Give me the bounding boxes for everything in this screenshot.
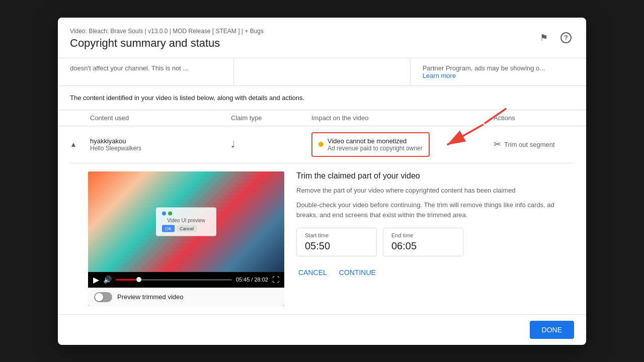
continue-button[interactable]: CONTINUE bbox=[337, 264, 378, 281]
start-time-value[interactable]: 05:50 bbox=[305, 240, 368, 252]
cancel-button[interactable]: CANCEL bbox=[296, 264, 329, 281]
done-button[interactable]: DONE bbox=[530, 321, 574, 339]
impact-text: Video cannot be monetized Ad revenue pai… bbox=[328, 137, 423, 152]
modal-title: Copyright summary and status bbox=[70, 37, 264, 50]
trim-panel: Trim the claimed part of your video Remo… bbox=[296, 171, 574, 306]
help-button[interactable]: ? bbox=[558, 30, 574, 46]
header-impact: Impact on the video bbox=[311, 114, 494, 122]
learn-more-link[interactable]: Learn more bbox=[423, 72, 456, 79]
video-ui-text: Video UI preview bbox=[162, 217, 210, 223]
modal-footer: DONE bbox=[58, 315, 586, 345]
modal-header: Video: Bleach: Brave Souls | v13.0.0 | M… bbox=[58, 18, 586, 58]
top-info-col3-text: Partner Program, ads may be showing o... bbox=[423, 64, 545, 72]
trim-actions: CANCEL CONTINUE bbox=[296, 264, 574, 281]
preview-toggle[interactable] bbox=[94, 292, 112, 302]
time-inputs-row: Start time 05:50 End time 06:05 bbox=[296, 228, 574, 256]
flag-icon: ⚑ bbox=[540, 32, 548, 43]
trim-desc2: Double-check your video before continuin… bbox=[296, 200, 574, 220]
header-left: Video: Bleach: Brave Souls | v13.0.0 | M… bbox=[70, 28, 264, 50]
progress-thumb bbox=[136, 277, 141, 282]
header-claim-type: Claim type bbox=[231, 114, 311, 122]
content-description: The content identified in your video is … bbox=[58, 86, 586, 110]
video-ui-buttons: OK Cancel bbox=[162, 225, 210, 232]
impact-main: Video cannot be monetized bbox=[328, 137, 423, 145]
fullscreen-button[interactable]: ⛶ bbox=[272, 276, 279, 284]
modal-subtitle: Video: Bleach: Brave Souls | v13.0.0 | M… bbox=[70, 28, 264, 35]
video-thumbnail: Video UI preview OK Cancel bbox=[88, 171, 284, 272]
header-icons: ⚑ ? bbox=[536, 30, 574, 46]
play-button[interactable]: ▶ bbox=[93, 275, 99, 285]
video-controls: ▶ 🔊 05:45 / 28:02 ⛶ bbox=[88, 272, 284, 288]
ui-btn-1: OK bbox=[162, 225, 175, 232]
music-note-icon: ♩ bbox=[231, 139, 235, 150]
preview-label: Preview trimmed video bbox=[117, 293, 184, 301]
help-icon: ? bbox=[560, 32, 572, 43]
end-time-group: End time 06:05 bbox=[383, 228, 463, 256]
table-row: ▲ hyakkiyakou Hello Sleepwalkers ♩ Video… bbox=[70, 126, 574, 163]
top-info-col1-text: doesn't affect your channel. This is not… bbox=[70, 64, 188, 72]
header-col1 bbox=[70, 114, 90, 122]
progress-bar[interactable] bbox=[116, 279, 232, 281]
actions-cell: ✂ Trim out segment bbox=[494, 139, 574, 150]
video-overlay-ui: Video UI preview OK Cancel bbox=[156, 207, 216, 236]
header-actions: Actions bbox=[494, 114, 574, 122]
start-time-group: Start time 05:50 bbox=[296, 228, 377, 256]
impact-badge: Video cannot be monetized Ad revenue pai… bbox=[311, 132, 430, 157]
volume-button[interactable]: 🔊 bbox=[103, 276, 112, 284]
impact-sub: Ad revenue paid to copyright owner bbox=[328, 145, 423, 152]
start-time-label: Start time bbox=[305, 232, 368, 238]
top-info-col3: Partner Program, ads may be showing o...… bbox=[411, 58, 586, 85]
trim-title: Trim the claimed part of your video bbox=[296, 171, 574, 180]
time-display: 05:45 / 28:02 bbox=[236, 277, 268, 283]
end-time-value[interactable]: 06:05 bbox=[391, 240, 455, 252]
content-used-cell: hyakkiyakou Hello Sleepwalkers bbox=[90, 137, 231, 152]
table-row-area: ▲ hyakkiyakou Hello Sleepwalkers ♩ Video… bbox=[58, 126, 586, 163]
scissors-icon: ✂ bbox=[494, 139, 501, 150]
top-info-section: doesn't affect your channel. This is not… bbox=[58, 58, 586, 86]
trim-desc1: Remove the part of your video where copy… bbox=[296, 186, 574, 196]
claim-type-cell: ♩ bbox=[231, 139, 311, 150]
preview-toggle-row: Preview trimmed video bbox=[88, 288, 284, 306]
content-title: hyakkiyakou bbox=[90, 137, 231, 145]
video-preview: Video UI preview OK Cancel ▶ 🔊 05:45 / 2… bbox=[88, 171, 284, 306]
top-info-col2 bbox=[234, 58, 410, 85]
action-label: Trim out segment bbox=[504, 141, 555, 148]
table-header: Content used Claim type Impact on the vi… bbox=[58, 110, 586, 126]
impact-dot bbox=[318, 142, 324, 147]
content-artist: Hello Sleepwalkers bbox=[90, 145, 231, 152]
expand-icon[interactable]: ▲ bbox=[70, 140, 90, 148]
modal: Video: Bleach: Brave Souls | v13.0.0 | M… bbox=[58, 18, 586, 345]
top-info-col1: doesn't affect your channel. This is not… bbox=[58, 58, 234, 85]
toggle-knob bbox=[95, 293, 103, 301]
ui-btn-2: Cancel bbox=[177, 225, 197, 232]
video-ui-dots bbox=[162, 211, 210, 215]
ui-dot-1 bbox=[162, 211, 166, 215]
flag-button[interactable]: ⚑ bbox=[536, 30, 552, 46]
header-content-used: Content used bbox=[90, 114, 231, 122]
end-time-label: End time bbox=[391, 232, 455, 238]
expanded-area: Video UI preview OK Cancel ▶ 🔊 05:45 / 2… bbox=[58, 163, 586, 315]
progress-fill bbox=[116, 279, 139, 281]
ui-dot-2 bbox=[168, 211, 172, 215]
impact-cell: Video cannot be monetized Ad revenue pai… bbox=[311, 132, 494, 157]
